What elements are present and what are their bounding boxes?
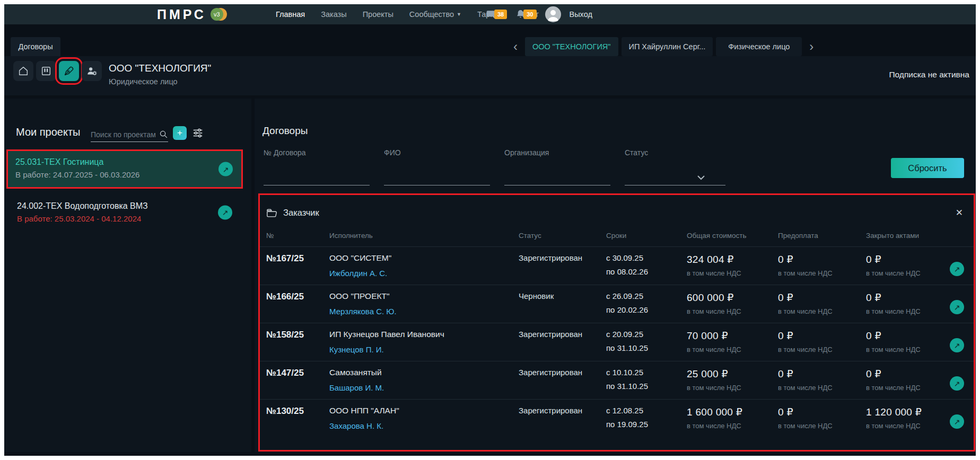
contract-number: №147/25 (266, 368, 304, 378)
open-contract-button[interactable]: ↗ (950, 414, 964, 429)
search-icon[interactable] (159, 130, 168, 139)
executor-org: ООО "СИСТЕМ" (329, 253, 519, 263)
open-project-button[interactable]: ↗ (218, 205, 232, 219)
executor-org: ООО НПП "АЛАН" (329, 406, 519, 415)
open-contract-button[interactable]: ↗ (950, 376, 964, 391)
tab-dogovory[interactable]: Договоры (11, 37, 60, 56)
company-tab-hayrullin[interactable]: ИП Хайруллин Серг... (622, 37, 713, 56)
vat-note: в том числе НДС (778, 269, 866, 277)
vat-note: в том числе НДС (687, 346, 778, 353)
total-amount: 25 000 ₽ (687, 368, 778, 380)
messages-button[interactable]: 38 (486, 9, 507, 20)
organization-input[interactable] (504, 170, 610, 185)
nav-item-proekty[interactable]: Проекты (363, 10, 393, 19)
company-tab-fizlico[interactable]: Физическое лицо (716, 37, 802, 56)
date-from: с 30.09.25 (606, 253, 687, 262)
table-row[interactable]: №147/25 Самозанятый Башаров И. М. Зареги… (260, 361, 974, 399)
filter-label: Статус (625, 148, 725, 157)
table-row[interactable]: №166/25 ООО "ПРОЕКТ" Мерзлякова С. Ю. Че… (260, 285, 974, 323)
home-button[interactable] (13, 61, 33, 81)
vat-note: в том числе НДС (687, 307, 778, 315)
closed-amount: 0 ₽ (866, 368, 949, 380)
contracts-pen-button[interactable] (59, 61, 79, 81)
open-contract-button[interactable]: ↗ (950, 262, 964, 276)
home-icon (18, 65, 29, 77)
date-from: с 10.10.25 (606, 368, 687, 377)
projects-title: Мои проекты (16, 126, 80, 138)
col-closed: Закрыто актами (866, 232, 949, 240)
date-from: с 20.09.25 (606, 330, 687, 339)
table-row[interactable]: №158/25 ИП Кузнецов Павел Иванович Кузне… (260, 323, 974, 361)
col-executor: Исполнитель (329, 232, 519, 240)
projects-sidebar: Мои проекты + 25.031-ТЕХ Гостиница В раб… (4, 99, 251, 452)
chevron-right-icon[interactable]: › (805, 40, 818, 53)
company-view-buttons (13, 61, 102, 81)
company-name: ООО "ТЕХНОЛОГИЯ" (109, 63, 211, 74)
close-icon[interactable]: ✕ (956, 207, 963, 218)
prepayment-amount: 0 ₽ (778, 291, 866, 304)
logout-button[interactable]: Выход (570, 10, 592, 19)
contract-number: №167/25 (266, 253, 304, 263)
open-project-button[interactable]: ↗ (218, 162, 233, 176)
user-avatar[interactable] (545, 6, 561, 22)
vat-note: в том числе НДС (778, 422, 866, 430)
person-icon (545, 6, 561, 22)
staff-settings-button[interactable] (82, 61, 102, 81)
pen-icon (63, 65, 75, 77)
executor-person-link[interactable]: Башаров И. М. (329, 383, 519, 392)
filter-label: Организация (504, 148, 610, 157)
nav-item-glavnaya[interactable]: Главная (276, 10, 305, 19)
contracts-panel: Договоры № Договора ФИО Организация Стат… (255, 99, 976, 452)
logo-text: ПМРС (157, 7, 206, 22)
vat-note: в том числе НДС (778, 307, 866, 315)
chevron-left-icon[interactable]: ‹ (509, 40, 522, 53)
executor-person-link[interactable]: Захарова Н. К. (329, 421, 519, 430)
table-row[interactable]: №130/25 ООО НПП "АЛАН" Захарова Н. К. За… (260, 399, 974, 437)
project-item[interactable]: 24.002-ТЕХ Водоподготовка ВМЗ В работе: … (10, 195, 241, 229)
vat-note: в том числе НДС (866, 384, 949, 392)
add-project-button[interactable]: + (173, 126, 187, 140)
top-navigation: ПМРС v3 Главная Заказы Проекты Сообществ… (4, 4, 976, 24)
executor-person-link[interactable]: Ижболдин А. С. (329, 269, 519, 278)
executor-person-link[interactable]: Кузнецов П. И. (329, 345, 519, 354)
notifications-button[interactable]: 30 (515, 9, 536, 20)
project-search-input[interactable] (91, 130, 159, 139)
open-contract-button[interactable]: ↗ (950, 338, 964, 352)
date-to: по 31.10.25 (606, 382, 687, 391)
date-to: по 08.02.26 (606, 267, 687, 276)
logo[interactable]: ПМРС v3 (157, 4, 226, 24)
total-amount: 1 600 000 ₽ (687, 406, 778, 418)
reset-filters-button[interactable]: Сбросить (891, 158, 964, 178)
col-total: Общая стоимость (687, 232, 778, 240)
folder-icon (266, 208, 278, 218)
nav-item-zakazy[interactable]: Заказы (321, 10, 346, 19)
company-tabs: ‹ ООО "ТЕХНОЛОГИЯ" ИП Хайруллин Серг... … (509, 37, 818, 56)
vat-note: в том числе НДС (778, 346, 866, 353)
contracts-title: Договоры (262, 125, 308, 137)
project-period: В работе: 24.07.2025 - 06.03.2026 (15, 170, 234, 179)
company-tab-tehnologiya[interactable]: ООО "ТЕХНОЛОГИЯ" (525, 37, 618, 56)
executor-person-link[interactable]: Мерзлякова С. Ю. (329, 307, 519, 316)
contract-number-input[interactable] (264, 170, 370, 185)
vat-note: в том числе НДС (866, 346, 949, 353)
project-item-selected[interactable]: 25.031-ТЕХ Гостиница В работе: 24.07.202… (6, 149, 243, 189)
executor-org: ИП Кузнецов Павел Иванович (329, 330, 519, 339)
fio-input[interactable] (384, 170, 490, 185)
prepayment-amount: 0 ₽ (778, 406, 866, 418)
nav-item-soobschestvo[interactable]: Сообщество▼ (409, 10, 461, 19)
app-screen: ПМРС v3 Главная Заказы Проекты Сообществ… (4, 4, 976, 456)
contract-status: Зарегистрирован (519, 330, 582, 339)
messages-count-badge: 38 (494, 10, 507, 19)
table-row[interactable]: №167/25 ООО "СИСТЕМ" Ижболдин А. С. Заре… (260, 246, 974, 285)
filter-contract-number: № Договора (264, 148, 370, 185)
project-filter-button[interactable] (191, 126, 205, 140)
vat-note: в том числе НДС (687, 422, 778, 430)
nav-right-group: 38 30 Выход (486, 4, 592, 24)
status-select[interactable] (625, 170, 725, 185)
closed-amount: 1 120 000 ₽ (866, 406, 949, 418)
chevron-down-icon[interactable] (697, 175, 705, 180)
company-title-block: ООО "ТЕХНОЛОГИЯ" Юридическое лицо (109, 63, 211, 86)
board-button[interactable] (36, 61, 56, 81)
logo-version-label: v3 (211, 8, 223, 21)
open-contract-button[interactable]: ↗ (950, 300, 964, 314)
